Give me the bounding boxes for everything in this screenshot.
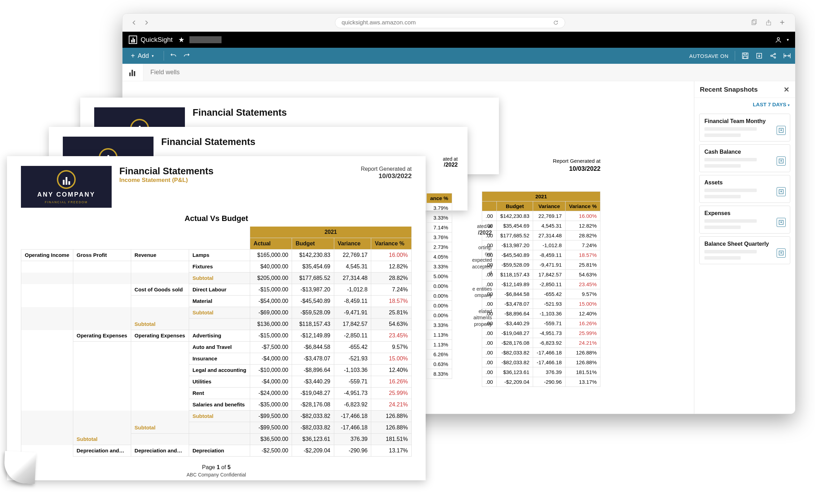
field-wells-label[interactable]: Field wells xyxy=(143,64,795,81)
svg-rect-5 xyxy=(744,53,747,55)
divider xyxy=(164,51,164,61)
svg-point-3 xyxy=(777,38,779,40)
table-row: Subtotal $36,500.00 $36,123.61 376.39 18… xyxy=(21,434,412,445)
svg-rect-0 xyxy=(752,21,755,25)
dashboard-name-redacted xyxy=(189,36,222,43)
snapshot-title: Expenses xyxy=(704,210,785,216)
field-wells-row: Field wells xyxy=(122,64,795,81)
autosave-label: AUTOSAVE ON xyxy=(689,53,728,59)
quicksight-top-bar: QuickSight ★ ▾ xyxy=(122,32,795,48)
table-row: Auto and Travel -$7,500.00 -$6,844.58 -6… xyxy=(21,342,412,353)
table-row: Salaries and benefits -$35,000.00 -$28,1… xyxy=(21,399,412,411)
table-row: Legal and accounting -$10,000.00 -$8,896… xyxy=(21,365,412,376)
report-title: Financial Statements xyxy=(161,137,255,147)
export-icon[interactable] xyxy=(755,52,763,60)
star-icon[interactable]: ★ xyxy=(178,36,185,44)
url-bar[interactable]: quicksight.aws.amazon.com xyxy=(335,17,565,28)
quicksight-logo-icon xyxy=(129,36,137,44)
skeleton-line xyxy=(704,164,741,168)
svg-point-10 xyxy=(774,57,776,58)
skeleton-line xyxy=(704,189,757,192)
quicksight-brand: QuickSight xyxy=(141,36,173,44)
share-icon[interactable] xyxy=(769,52,777,60)
nav-back-button[interactable] xyxy=(131,20,137,26)
snapshot-item[interactable]: Assets xyxy=(699,175,790,203)
reload-icon[interactable] xyxy=(553,20,559,25)
report-page-1: ANY COMPANY FINANCIAL FREEDOM Financial … xyxy=(7,156,426,480)
snapshot-title: Financial Team Monthy xyxy=(704,118,785,124)
svg-point-8 xyxy=(771,55,772,56)
snapshot-download-button[interactable] xyxy=(777,156,786,166)
undo-button[interactable] xyxy=(170,52,177,60)
skeleton-line xyxy=(704,250,757,253)
table-row: Operating Income Gross Profit Revenue La… xyxy=(21,250,412,261)
report-title: Financial Statements xyxy=(193,107,287,118)
table-row: Subtotal -$99,500.00 -$82,033.82 -17,466… xyxy=(21,422,412,434)
add-button[interactable]: + Add ▾ xyxy=(127,50,158,62)
background-report-middle: ated at /2022 ance %3.79%3.33%7.14%3.76%… xyxy=(426,156,458,379)
report-subtitle: Income Statement (P&L) xyxy=(119,177,214,184)
redo-button[interactable] xyxy=(183,52,190,60)
snapshots-title: Recent Snapshots xyxy=(700,86,758,93)
background-report-notes: ated at/2022 orting.ourexpectedacceptedd… xyxy=(457,223,492,327)
url-text: quicksight.aws.amazon.com xyxy=(342,19,416,26)
plus-icon[interactable]: + xyxy=(780,19,787,26)
svg-rect-12 xyxy=(132,70,133,76)
snapshot-title: Balance Sheet Quarterly xyxy=(704,241,785,247)
close-icon[interactable]: ✕ xyxy=(784,85,790,94)
snapshot-title: Assets xyxy=(704,180,785,186)
plus-icon: + xyxy=(131,52,135,60)
save-icon[interactable] xyxy=(741,52,749,60)
snapshot-download-button[interactable] xyxy=(777,218,786,227)
table-row: Subtotal -$99,500.00 -$82,033.82 -17,466… xyxy=(21,411,412,422)
svg-rect-1 xyxy=(753,20,756,24)
skeleton-line xyxy=(704,127,757,131)
table-row: Subtotal -$69,000.00 -$59,528.09 -9,471.… xyxy=(21,307,412,319)
skeleton-line xyxy=(704,158,757,161)
report-title: Financial Statements xyxy=(119,166,214,177)
report-generated-meta: Report Generated at 10/03/2022 xyxy=(361,166,412,180)
snapshot-download-button[interactable] xyxy=(777,126,786,135)
chevron-down-icon: ▾ xyxy=(152,54,154,58)
table-row: Subtotal $136,000.00 $118,157.43 17,842.… xyxy=(21,319,412,330)
user-icon[interactable] xyxy=(775,36,782,43)
snapshot-item[interactable]: Financial Team Monthy xyxy=(699,114,790,142)
action-toolbar: + Add ▾ AUTOSAVE ON xyxy=(122,48,795,64)
snapshot-item[interactable]: Expenses xyxy=(699,206,790,234)
snapshot-download-button[interactable] xyxy=(777,249,786,258)
year-header: 2021 xyxy=(250,227,411,238)
svg-rect-6 xyxy=(743,56,747,59)
chevron-down-icon: ▾ xyxy=(788,103,790,107)
snapshot-item[interactable]: Balance Sheet Quarterly xyxy=(699,236,790,264)
table-row: Utilities -$4,000.00 -$3,440.29 -559.71 … xyxy=(21,376,412,388)
financial-table: 2021 Actual Budget Variance Variance % O… xyxy=(21,227,412,457)
company-logo: ANY COMPANY FINANCIAL FREEDOM xyxy=(21,166,112,208)
table-row: Insurance -$4,000.00 -$3,478.07 -521.93 … xyxy=(21,353,412,365)
snapshot-download-button[interactable] xyxy=(777,187,786,196)
skeleton-line xyxy=(704,195,741,198)
divider xyxy=(735,51,735,61)
skeleton-line xyxy=(704,133,741,137)
visual-type-icon[interactable] xyxy=(122,64,143,81)
background-report-right: Report Generated at 10/03/2022 2021 Budg… xyxy=(482,158,600,387)
table-row: Subtotal $205,000.00 $177,685.52 27,314.… xyxy=(21,273,412,284)
copy-icon[interactable] xyxy=(750,19,757,26)
share-icon[interactable] xyxy=(765,19,772,26)
nav-forward-button[interactable] xyxy=(143,20,150,26)
skeleton-line xyxy=(704,256,741,260)
svg-rect-13 xyxy=(134,71,135,76)
snapshots-filter-button[interactable]: LAST 7 DAYS ▾ xyxy=(694,98,795,111)
chevron-down-icon[interactable]: ▾ xyxy=(787,37,789,42)
page-curl-decoration xyxy=(3,451,37,484)
skeleton-line xyxy=(704,219,757,223)
page-footer: Page 1 of 5 ABC Company Confidential xyxy=(21,464,412,478)
table-row: Rent -$24,000.00 -$19,048.27 -4,951.73 2… xyxy=(21,388,412,399)
snapshot-title: Cash Balance xyxy=(704,149,785,155)
browser-chrome: quicksight.aws.amazon.com + xyxy=(122,14,795,32)
table-row: Fixtures $40,000.00 $35,454.69 4,545.31 … xyxy=(21,261,412,273)
fit-width-icon[interactable] xyxy=(783,52,791,60)
table-row: Operating Expenses Operating Expenses Ad… xyxy=(21,330,412,342)
snapshot-item[interactable]: Cash Balance xyxy=(699,144,790,172)
snapshots-panel: Recent Snapshots ✕ LAST 7 DAYS ▾ Financi… xyxy=(694,81,795,414)
chrome-right-icons: + xyxy=(750,19,787,26)
